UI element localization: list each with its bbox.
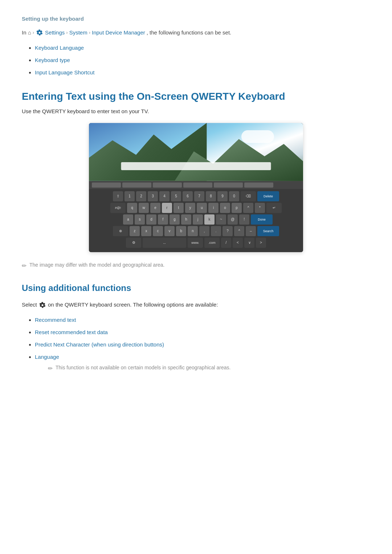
pencil-icon-sub: ✏ [48, 364, 53, 373]
kb-done-key[interactable]: Done [251, 214, 273, 225]
kb-i[interactable]: i [208, 203, 219, 213]
kb-down-angle-key[interactable]: ∨ [244, 238, 254, 248]
kb-key-0[interactable]: 0 [229, 191, 239, 201]
kb-w[interactable]: w [139, 203, 149, 213]
kb-key-9[interactable]: 9 [217, 191, 228, 201]
kb-tilde[interactable]: ~ [216, 214, 226, 225]
kb-k[interactable]: k [204, 214, 215, 225]
language-link[interactable]: Language [35, 354, 59, 360]
additional-title: Using additional functions [22, 281, 370, 295]
kb-f[interactable]: f [158, 214, 168, 225]
kb-e[interactable]: e [150, 203, 160, 213]
kb-dotcom-key[interactable]: .com [204, 238, 220, 248]
sep2: › [66, 29, 68, 37]
predict-next-link[interactable]: Predict Next Character (when using direc… [35, 341, 164, 348]
input-device-link[interactable]: Input Device Manager [92, 28, 145, 37]
tv-screen-image [89, 123, 303, 181]
kb-key-8[interactable]: 8 [206, 191, 216, 201]
kb-u[interactable]: u [197, 203, 207, 213]
qwerty-note-text: The image may differ with the model and … [29, 261, 165, 269]
kb-comma[interactable]: , [199, 226, 209, 236]
language-subnote-text: This function is not available on certai… [56, 364, 231, 372]
kb-asterisk[interactable]: * [255, 203, 265, 213]
list-item-language: Language ✏ This function is not availabl… [35, 353, 370, 373]
kb-o[interactable]: o [220, 203, 230, 213]
kb-row-bottom: ⚙ ⎵ www. .com / < ∨ > [92, 238, 300, 248]
kb-r[interactable]: r [162, 203, 172, 213]
kb-z[interactable]: z [130, 226, 140, 236]
reset-recommended-link[interactable]: Reset recommended text data [35, 329, 108, 335]
kb-key-3[interactable]: 3 [148, 191, 158, 201]
kb-j[interactable]: j [193, 214, 203, 225]
kb-d[interactable]: d [146, 214, 156, 225]
kb-search-key[interactable]: Search [257, 226, 279, 236]
kb-y[interactable]: y [185, 203, 195, 213]
suggestion-bar [89, 181, 303, 189]
kb-shift-key[interactable]: ⇧ [113, 191, 123, 201]
kb-v[interactable]: v [164, 226, 175, 236]
language-subnote: ✏ This function is not available on cert… [48, 364, 370, 373]
kb-h[interactable]: h [181, 214, 191, 225]
qwerty-subtitle: Use the QWERTY keyboard to enter text on… [22, 107, 370, 116]
kb-a[interactable]: a [123, 214, 133, 225]
kb-left-angle-key[interactable]: < [233, 238, 243, 248]
kb-x[interactable]: x [141, 226, 151, 236]
keyboard-type-link[interactable]: Keyboard type [35, 57, 70, 63]
qwerty-note: ✏ The image may differ with the model an… [22, 261, 370, 271]
kb-c[interactable]: c [153, 226, 163, 236]
kb-key-1[interactable]: 1 [124, 191, 135, 201]
kb-key-6[interactable]: 6 [183, 191, 193, 201]
kb-slash-key[interactable]: / [221, 238, 231, 248]
keyboard-image-container: ⇧ 1 2 3 4 5 6 7 8 9 0 ⌫ Delete #@! [22, 123, 370, 252]
kb-space-key[interactable]: ⎵ [143, 238, 186, 248]
kb-key-7[interactable]: 7 [194, 191, 204, 201]
kb-settings-key[interactable]: ⚙ [126, 238, 141, 248]
system-link[interactable]: System [69, 28, 87, 37]
kb-row-2: #@! q w e r t y u i o p ^ * ↵ [92, 203, 300, 213]
kb-dash[interactable]: – [246, 226, 256, 236]
keyboard-language-link[interactable]: Keyboard Language [35, 45, 84, 51]
kb-key-4[interactable]: 4 [159, 191, 170, 201]
kb-right-angle-key[interactable]: > [256, 238, 266, 248]
additional-description: Select on the QWERTY keyboard screen. Th… [22, 300, 370, 309]
kb-p[interactable]: p [232, 203, 242, 213]
kb-language-key[interactable]: ⊕ [113, 226, 128, 236]
kb-caret[interactable]: ^ [243, 203, 253, 213]
setup-bullet-list: Keyboard Language Keyboard type Input La… [22, 44, 370, 77]
input-language-shortcut-link[interactable]: Input Language Shortcut [35, 69, 94, 75]
kb-caret2[interactable]: ^ [234, 226, 244, 236]
kb-b[interactable]: b [176, 226, 186, 236]
recommend-text-link[interactable]: Recommend text [35, 317, 76, 323]
kb-question[interactable]: ? [222, 226, 233, 236]
list-item-keyboard-type: Keyboard type [35, 56, 370, 65]
kb-t[interactable]: t [173, 203, 184, 213]
kb-exclaim[interactable]: ! [239, 214, 249, 225]
kb-n[interactable]: n [188, 226, 198, 236]
kb-key-5[interactable]: 5 [171, 191, 181, 201]
kb-row-3: a s d f g h j k ~ @ ! Done [92, 214, 300, 225]
kb-delete-key[interactable]: Delete [257, 191, 279, 201]
kb-www-key[interactable]: www. [188, 238, 203, 248]
kb-g[interactable]: g [170, 214, 180, 225]
kb-at[interactable]: @ [228, 214, 238, 225]
additional-functions-section: Using additional functions Select on the… [22, 281, 370, 373]
breadcrumb-suffix: , the following functions can be set. [147, 28, 231, 37]
kb-key-2[interactable]: 2 [136, 191, 146, 201]
suggestion-pill-4 [183, 182, 212, 188]
kb-enter-key[interactable]: ↵ [266, 203, 282, 213]
kb-backspace-key[interactable]: ⌫ [241, 191, 256, 201]
settings-link[interactable]: Settings [45, 28, 65, 37]
kb-q[interactable]: q [127, 203, 137, 213]
keyboard-rows: ⇧ 1 2 3 4 5 6 7 8 9 0 ⌫ Delete #@! [89, 189, 303, 252]
keyboard-mockup: ⇧ 1 2 3 4 5 6 7 8 9 0 ⌫ Delete #@! [89, 123, 303, 252]
breadcrumb: In ⌂ › Settings › System › Input Device … [22, 28, 370, 37]
list-item-reset-recommended: Reset recommended text data [35, 328, 370, 337]
kb-symbol-key[interactable]: #@! [110, 203, 126, 213]
kb-period[interactable]: . [211, 226, 221, 236]
gear-icon-inline [39, 302, 46, 308]
list-item-keyboard-language: Keyboard Language [35, 44, 370, 52]
home-icon: In ⌂ [22, 28, 31, 37]
setup-title: Setting up the keyboard [22, 15, 370, 23]
kb-s[interactable]: s [135, 214, 145, 225]
pencil-icon: ✏ [22, 261, 26, 271]
